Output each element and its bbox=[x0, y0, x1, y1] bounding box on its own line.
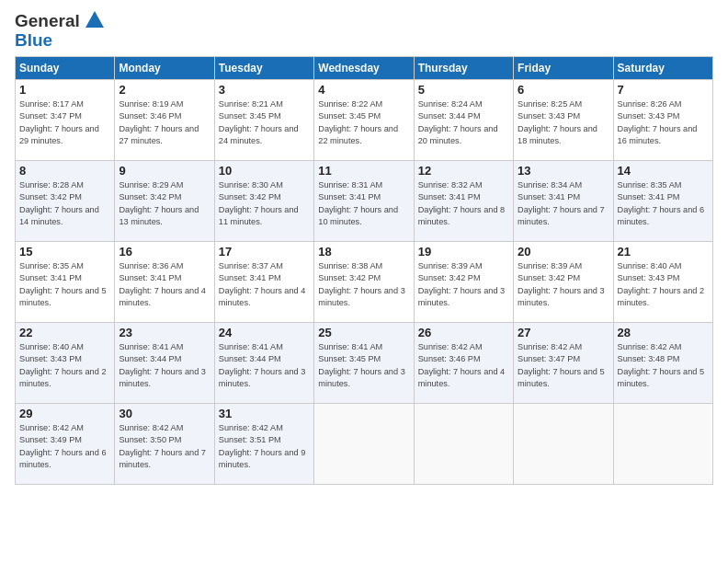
day-info: Sunrise: 8:39 AMSunset: 3:42 PMDaylight:… bbox=[518, 260, 609, 309]
page: General Blue SundayMondayTuesdayWednesda… bbox=[0, 0, 728, 563]
day-number: 25 bbox=[318, 326, 409, 339]
day-info: Sunrise: 8:42 AMSunset: 3:51 PMDaylight:… bbox=[219, 422, 310, 471]
calendar-cell: 26 Sunrise: 8:42 AMSunset: 3:46 PMDaylig… bbox=[414, 322, 513, 403]
day-info: Sunrise: 8:21 AMSunset: 3:45 PMDaylight:… bbox=[219, 98, 310, 147]
weekday-wednesday: Wednesday bbox=[314, 56, 414, 79]
day-number: 31 bbox=[219, 407, 310, 420]
weekday-header-row: SundayMondayTuesdayWednesdayThursdayFrid… bbox=[16, 56, 713, 79]
week-row-2: 8 Sunrise: 8:28 AMSunset: 3:42 PMDayligh… bbox=[16, 160, 713, 241]
day-number: 19 bbox=[418, 245, 509, 259]
weekday-saturday: Saturday bbox=[613, 56, 712, 79]
weekday-friday: Friday bbox=[514, 56, 613, 79]
day-info: Sunrise: 8:42 AMSunset: 3:50 PMDaylight:… bbox=[119, 422, 210, 471]
calendar-cell: 10 Sunrise: 8:30 AMSunset: 3:42 PMDaylig… bbox=[214, 160, 313, 241]
calendar-cell bbox=[414, 403, 513, 484]
day-info: Sunrise: 8:38 AMSunset: 3:42 PMDaylight:… bbox=[318, 260, 409, 309]
day-info: Sunrise: 8:25 AMSunset: 3:43 PMDaylight:… bbox=[518, 98, 609, 147]
week-row-5: 29 Sunrise: 8:42 AMSunset: 3:49 PMDaylig… bbox=[16, 403, 713, 484]
day-number: 18 bbox=[318, 245, 409, 259]
calendar-cell: 19 Sunrise: 8:39 AMSunset: 3:42 PMDaylig… bbox=[414, 241, 513, 322]
day-number: 14 bbox=[618, 164, 709, 178]
calendar-table: SundayMondayTuesdayWednesdayThursdayFrid… bbox=[15, 56, 713, 485]
week-row-4: 22 Sunrise: 8:40 AMSunset: 3:43 PMDaylig… bbox=[16, 322, 713, 403]
calendar-cell: 6 Sunrise: 8:25 AMSunset: 3:43 PMDayligh… bbox=[514, 79, 613, 160]
calendar-cell: 24 Sunrise: 8:41 AMSunset: 3:44 PMDaylig… bbox=[214, 322, 313, 403]
calendar-cell: 2 Sunrise: 8:19 AMSunset: 3:46 PMDayligh… bbox=[115, 79, 214, 160]
day-info: Sunrise: 8:40 AMSunset: 3:43 PMDaylight:… bbox=[618, 260, 709, 309]
day-number: 10 bbox=[219, 164, 310, 178]
day-number: 9 bbox=[119, 164, 210, 178]
calendar-cell: 18 Sunrise: 8:38 AMSunset: 3:42 PMDaylig… bbox=[314, 241, 414, 322]
day-number: 17 bbox=[219, 245, 310, 259]
calendar-cell: 29 Sunrise: 8:42 AMSunset: 3:49 PMDaylig… bbox=[16, 403, 115, 484]
day-number: 23 bbox=[119, 326, 210, 339]
day-number: 4 bbox=[318, 83, 409, 97]
day-info: Sunrise: 8:30 AMSunset: 3:42 PMDaylight:… bbox=[219, 179, 310, 228]
day-number: 11 bbox=[318, 164, 409, 178]
day-number: 28 bbox=[618, 326, 709, 339]
calendar-cell: 25 Sunrise: 8:41 AMSunset: 3:45 PMDaylig… bbox=[314, 322, 414, 403]
day-number: 1 bbox=[19, 83, 110, 97]
calendar-cell bbox=[613, 403, 712, 484]
day-number: 7 bbox=[618, 83, 709, 97]
day-info: Sunrise: 8:24 AMSunset: 3:44 PMDaylight:… bbox=[418, 98, 509, 147]
day-info: Sunrise: 8:42 AMSunset: 3:49 PMDaylight:… bbox=[19, 422, 110, 471]
day-number: 29 bbox=[19, 407, 110, 420]
day-number: 30 bbox=[119, 407, 210, 420]
day-number: 5 bbox=[418, 83, 509, 97]
day-info: Sunrise: 8:35 AMSunset: 3:41 PMDaylight:… bbox=[19, 260, 110, 309]
calendar-cell: 13 Sunrise: 8:34 AMSunset: 3:41 PMDaylig… bbox=[514, 160, 613, 241]
day-number: 13 bbox=[518, 164, 609, 178]
weekday-tuesday: Tuesday bbox=[214, 56, 313, 79]
day-info: Sunrise: 8:28 AMSunset: 3:42 PMDaylight:… bbox=[19, 179, 110, 228]
calendar-cell bbox=[314, 403, 414, 484]
calendar-cell: 21 Sunrise: 8:40 AMSunset: 3:43 PMDaylig… bbox=[613, 241, 712, 322]
day-number: 2 bbox=[119, 83, 210, 97]
day-info: Sunrise: 8:22 AMSunset: 3:45 PMDaylight:… bbox=[318, 98, 409, 147]
calendar-cell: 23 Sunrise: 8:41 AMSunset: 3:44 PMDaylig… bbox=[115, 322, 214, 403]
day-info: Sunrise: 8:41 AMSunset: 3:44 PMDaylight:… bbox=[219, 341, 310, 390]
calendar-cell: 27 Sunrise: 8:42 AMSunset: 3:47 PMDaylig… bbox=[514, 322, 613, 403]
calendar-cell: 15 Sunrise: 8:35 AMSunset: 3:41 PMDaylig… bbox=[16, 241, 115, 322]
day-number: 6 bbox=[518, 83, 609, 97]
calendar-cell: 16 Sunrise: 8:36 AMSunset: 3:41 PMDaylig… bbox=[115, 241, 214, 322]
calendar-cell: 22 Sunrise: 8:40 AMSunset: 3:43 PMDaylig… bbox=[16, 322, 115, 403]
logo-general: General bbox=[15, 12, 80, 31]
day-info: Sunrise: 8:40 AMSunset: 3:43 PMDaylight:… bbox=[19, 341, 110, 390]
day-info: Sunrise: 8:26 AMSunset: 3:43 PMDaylight:… bbox=[618, 98, 709, 147]
day-info: Sunrise: 8:39 AMSunset: 3:42 PMDaylight:… bbox=[418, 260, 509, 309]
day-info: Sunrise: 8:42 AMSunset: 3:48 PMDaylight:… bbox=[618, 341, 709, 390]
day-info: Sunrise: 8:36 AMSunset: 3:41 PMDaylight:… bbox=[119, 260, 210, 309]
calendar-cell: 31 Sunrise: 8:42 AMSunset: 3:51 PMDaylig… bbox=[214, 403, 313, 484]
calendar-cell: 4 Sunrise: 8:22 AMSunset: 3:45 PMDayligh… bbox=[314, 79, 414, 160]
svg-marker-0 bbox=[85, 11, 104, 28]
calendar-cell: 8 Sunrise: 8:28 AMSunset: 3:42 PMDayligh… bbox=[16, 160, 115, 241]
header: General Blue bbox=[15, 9, 713, 51]
day-info: Sunrise: 8:41 AMSunset: 3:44 PMDaylight:… bbox=[119, 341, 210, 390]
calendar-cell: 17 Sunrise: 8:37 AMSunset: 3:41 PMDaylig… bbox=[214, 241, 313, 322]
calendar-cell: 28 Sunrise: 8:42 AMSunset: 3:48 PMDaylig… bbox=[613, 322, 712, 403]
day-info: Sunrise: 8:32 AMSunset: 3:41 PMDaylight:… bbox=[418, 179, 509, 228]
logo-icon bbox=[82, 7, 108, 33]
calendar-cell: 12 Sunrise: 8:32 AMSunset: 3:41 PMDaylig… bbox=[414, 160, 513, 241]
week-row-3: 15 Sunrise: 8:35 AMSunset: 3:41 PMDaylig… bbox=[16, 241, 713, 322]
calendar-cell: 30 Sunrise: 8:42 AMSunset: 3:50 PMDaylig… bbox=[115, 403, 214, 484]
calendar-cell: 3 Sunrise: 8:21 AMSunset: 3:45 PMDayligh… bbox=[214, 79, 313, 160]
day-number: 15 bbox=[19, 245, 110, 259]
day-info: Sunrise: 8:35 AMSunset: 3:41 PMDaylight:… bbox=[618, 179, 709, 228]
day-number: 27 bbox=[518, 326, 609, 339]
calendar-cell: 1 Sunrise: 8:17 AMSunset: 3:47 PMDayligh… bbox=[16, 79, 115, 160]
week-row-1: 1 Sunrise: 8:17 AMSunset: 3:47 PMDayligh… bbox=[16, 79, 713, 160]
day-number: 26 bbox=[418, 326, 509, 339]
day-info: Sunrise: 8:29 AMSunset: 3:42 PMDaylight:… bbox=[119, 179, 210, 228]
day-number: 3 bbox=[219, 83, 310, 97]
day-info: Sunrise: 8:19 AMSunset: 3:46 PMDaylight:… bbox=[119, 98, 210, 147]
calendar-cell: 14 Sunrise: 8:35 AMSunset: 3:41 PMDaylig… bbox=[613, 160, 712, 241]
weekday-sunday: Sunday bbox=[16, 56, 115, 79]
day-number: 24 bbox=[219, 326, 310, 339]
day-info: Sunrise: 8:34 AMSunset: 3:41 PMDaylight:… bbox=[518, 179, 609, 228]
weekday-thursday: Thursday bbox=[414, 56, 513, 79]
day-info: Sunrise: 8:17 AMSunset: 3:47 PMDaylight:… bbox=[19, 98, 110, 147]
day-info: Sunrise: 8:37 AMSunset: 3:41 PMDaylight:… bbox=[219, 260, 310, 309]
weekday-monday: Monday bbox=[115, 56, 214, 79]
